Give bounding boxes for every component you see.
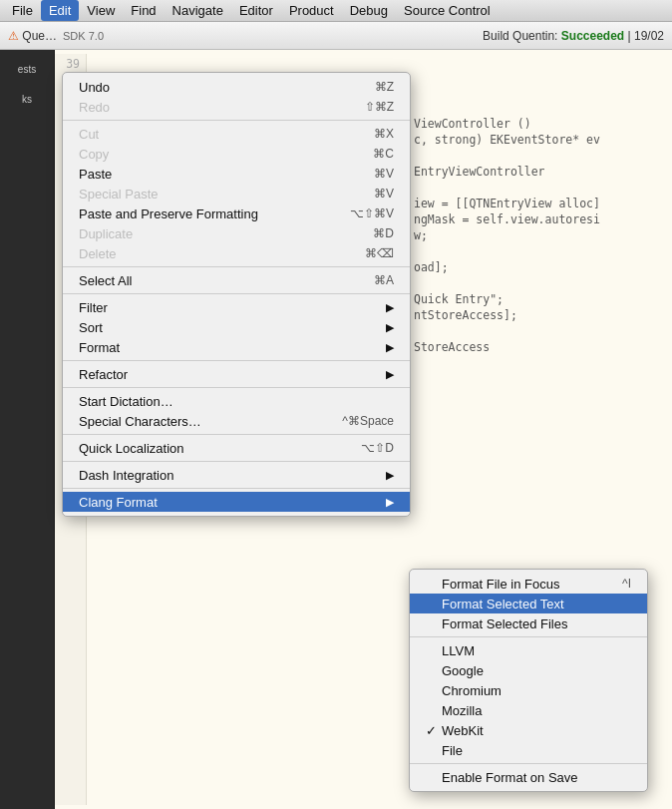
- menu-duplicate[interactable]: Duplicate ⌘D: [63, 223, 410, 243]
- separator-6: [63, 434, 410, 435]
- menu-dash-integration[interactable]: Dash Integration ▶: [63, 465, 410, 485]
- menu-filter[interactable]: Filter ▶: [63, 297, 410, 317]
- menubar-debug[interactable]: Debug: [342, 0, 396, 21]
- build-status: Build Quentin: Succeeded | 19/02: [483, 29, 664, 43]
- menu-paste-preserve[interactable]: Paste and Preserve Formatting ⌥⇧⌘V: [63, 203, 410, 223]
- submenu-mozilla[interactable]: Mozilla: [410, 700, 647, 720]
- menu-clang-format[interactable]: Clang Format ▶: [63, 492, 410, 512]
- menubar-editor[interactable]: Editor: [231, 0, 281, 21]
- separator-7: [63, 461, 410, 462]
- menu-format[interactable]: Format ▶: [63, 337, 410, 357]
- edit-menu: Undo ⌘Z Redo ⇧⌘Z Cut ⌘X Copy ⌘C Paste ⌘V…: [62, 72, 411, 517]
- submenu-enable-format-on-save[interactable]: Enable Format on Save: [410, 767, 647, 787]
- menu-special-paste[interactable]: Special Paste ⌘V: [63, 184, 410, 203]
- menubar-product[interactable]: Product: [281, 0, 342, 21]
- menubar-navigate[interactable]: Navigate: [165, 0, 231, 21]
- separator-1: [63, 120, 410, 121]
- menubar-edit[interactable]: Edit: [41, 0, 79, 21]
- clang-submenu: Format File in Focus ^I Format Selected …: [409, 569, 648, 792]
- menu-copy[interactable]: Copy ⌘C: [63, 144, 410, 164]
- sidebar-icon-bookmarks[interactable]: ks: [0, 84, 54, 114]
- submenu-google[interactable]: Google: [410, 660, 647, 680]
- menu-start-dictation[interactable]: Start Dictation…: [63, 391, 410, 411]
- menubar: File Edit View Find Navigate Editor Prod…: [0, 0, 672, 22]
- separator-2: [63, 266, 410, 267]
- menu-quick-localization[interactable]: Quick Localization ⌥⇧D: [63, 438, 410, 458]
- menu-redo[interactable]: Redo ⇧⌘Z: [63, 97, 410, 117]
- menu-select-all[interactable]: Select All ⌘A: [63, 270, 410, 290]
- submenu-chromium[interactable]: Chromium: [410, 680, 647, 700]
- submenu-separator-1: [410, 636, 647, 637]
- menu-cut[interactable]: Cut ⌘X: [63, 124, 410, 144]
- menu-delete[interactable]: Delete ⌘⌫: [63, 243, 410, 263]
- submenu-llvm[interactable]: LLVM: [410, 640, 647, 660]
- submenu-webkit[interactable]: ✓ WebKit: [410, 720, 647, 740]
- menu-refactor[interactable]: Refactor ▶: [63, 364, 410, 384]
- separator-3: [63, 293, 410, 294]
- menubar-view[interactable]: View: [79, 0, 123, 21]
- menu-special-characters[interactable]: Special Characters… ^⌘Space: [63, 411, 410, 431]
- menu-undo[interactable]: Undo ⌘Z: [63, 77, 410, 97]
- separator-8: [63, 488, 410, 489]
- submenu-separator-2: [410, 763, 647, 764]
- project-name: ⚠ Que…: [8, 29, 57, 43]
- submenu-format-file[interactable]: Format File in Focus ^I: [410, 574, 647, 594]
- separator-5: [63, 387, 410, 388]
- toolbar: ⚠ Que… SDK 7.0 Build Quentin: Succeeded …: [0, 22, 672, 50]
- menu-sort[interactable]: Sort ▶: [63, 317, 410, 337]
- menubar-source-control[interactable]: Source Control: [396, 0, 499, 21]
- sidebar-icon-tests[interactable]: ests: [0, 54, 54, 84]
- sidebar: ests ks: [0, 50, 55, 809]
- menubar-find[interactable]: Find: [123, 0, 164, 21]
- menu-paste[interactable]: Paste ⌘V: [63, 164, 410, 184]
- submenu-format-selected-files[interactable]: Format Selected Files: [410, 613, 647, 633]
- separator-4: [63, 360, 410, 361]
- sdk-label: SDK 7.0: [63, 30, 104, 42]
- submenu-format-selected-text[interactable]: Format Selected Text: [410, 594, 647, 613]
- main-area: ests ks 39404142 43444546 4748495051 req…: [0, 50, 672, 809]
- submenu-file[interactable]: File: [410, 740, 647, 760]
- menubar-file[interactable]: File: [4, 0, 41, 21]
